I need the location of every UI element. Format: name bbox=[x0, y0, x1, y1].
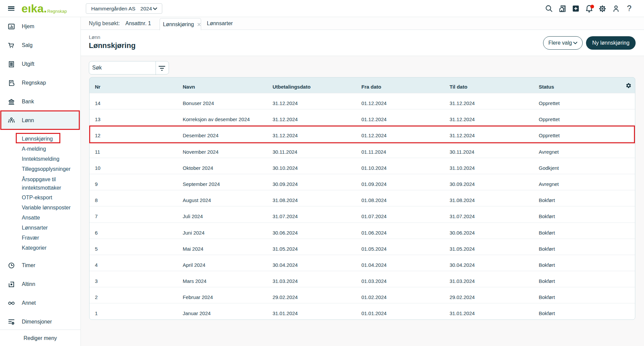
svg-text:eıka.: eıka. bbox=[21, 3, 47, 15]
svg-text:Regnskap: Regnskap bbox=[47, 9, 67, 14]
